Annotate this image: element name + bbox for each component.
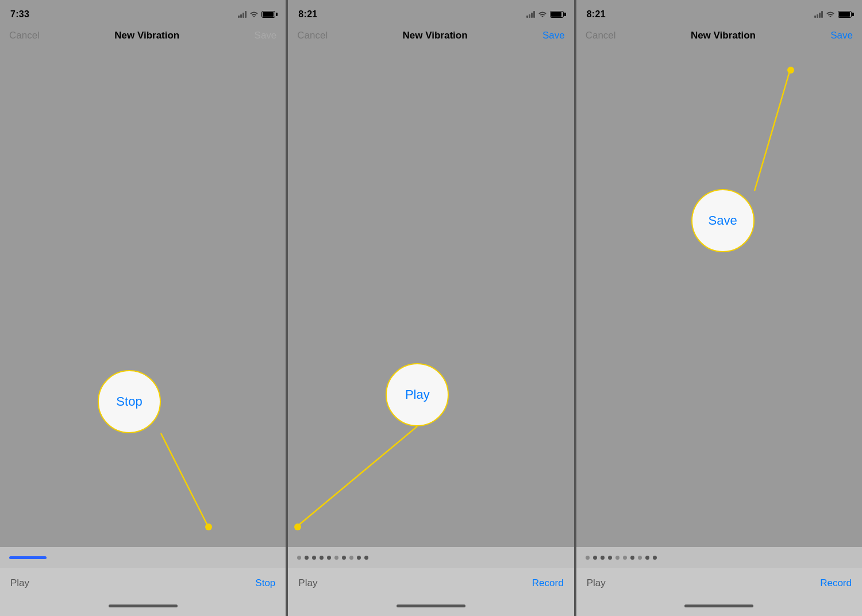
nav-title-2: New Vibration: [403, 30, 468, 41]
phone-panel-3: 8:21 Cancel New Vibration Save Save: [575, 0, 862, 616]
svg-line-1: [297, 426, 417, 526]
cancel-button-2[interactable]: Cancel: [297, 30, 328, 41]
action-bar-2[interactable]: Play Record: [288, 568, 574, 599]
status-bar-2: 8:21: [288, 0, 574, 25]
play-button-3[interactable]: Play: [587, 578, 606, 589]
dot-2-10: [364, 556, 368, 560]
save-button-1[interactable]: Save: [255, 30, 277, 41]
wifi-icon-1: [249, 10, 259, 19]
dot-2-7: [342, 556, 346, 560]
status-time-1: 7:33: [10, 9, 29, 20]
main-content-3: Save: [576, 48, 862, 547]
home-indicator-2: [288, 599, 574, 616]
battery-icon-1: [261, 11, 275, 18]
main-content-1: Stop: [0, 48, 286, 547]
play-annotation-label: Play: [405, 387, 430, 402]
dot-3-8: [638, 556, 642, 560]
stop-annotation-line: [0, 48, 286, 547]
wifi-icon-3: [826, 10, 835, 19]
home-indicator-3: [576, 599, 862, 616]
record-button-3[interactable]: Record: [820, 578, 852, 589]
save-annotation-label: Save: [709, 213, 737, 228]
stop-annotation-label: Stop: [116, 394, 142, 409]
status-bar-1: 7:33: [0, 0, 286, 25]
action-bar-3[interactable]: Play Record: [576, 568, 862, 599]
status-time-2: 8:21: [298, 9, 317, 20]
home-indicator-1: [0, 599, 286, 616]
dot-2-2: [305, 556, 309, 560]
nav-bar-3: Cancel New Vibration Save: [576, 25, 862, 48]
action-bar-1[interactable]: Play Stop: [0, 568, 286, 599]
dot-3-6: [623, 556, 627, 560]
dot-3-3: [601, 556, 605, 560]
play-annotation-line: [288, 48, 574, 547]
signal-bars-1: [238, 11, 247, 18]
dot-3-4: [608, 556, 612, 560]
status-bar-3: 8:21: [576, 0, 862, 25]
dot-3-1: [586, 556, 590, 560]
phone-panel-2: 8:21 Cancel New Vibration Save Play: [287, 0, 575, 616]
stop-annotation-circle: Stop: [98, 370, 161, 433]
battery-icon-2: [550, 11, 564, 18]
signal-bars-2: [526, 11, 535, 18]
nav-bar-2: Cancel New Vibration Save: [288, 25, 574, 48]
dot-2-5: [327, 556, 331, 560]
dot-2-9: [357, 556, 361, 560]
dot-3-7: [630, 556, 634, 560]
dot-3-10: [653, 556, 657, 560]
phone-panel-1: 7:33 Cancel New Vibration Save Stop: [0, 0, 287, 616]
signal-bars-3: [814, 11, 823, 18]
dot-2-6: [334, 556, 338, 560]
annotation-overlay-3: Save: [576, 48, 862, 547]
dot-3-5: [615, 556, 619, 560]
save-annotation-circle: Save: [691, 189, 755, 252]
svg-line-0: [161, 433, 208, 526]
home-bar-1: [109, 605, 178, 607]
play-annotation-circle: Play: [386, 363, 449, 426]
dot-2-8: [349, 556, 353, 560]
wifi-icon-2: [538, 10, 547, 19]
save-button-2[interactable]: Save: [542, 30, 565, 41]
cancel-button-1[interactable]: Cancel: [9, 30, 40, 41]
home-bar-2: [397, 605, 465, 607]
play-button-2[interactable]: Play: [298, 578, 317, 589]
status-icons-1: [238, 10, 275, 19]
status-time-3: 8:21: [587, 9, 606, 20]
stop-button-1[interactable]: Stop: [255, 578, 275, 589]
progress-bar-container-1: [0, 547, 286, 568]
save-annotation-line: [576, 48, 862, 547]
record-button-2[interactable]: Record: [532, 578, 564, 589]
save-annotation-dot: [787, 67, 794, 74]
play-button-1[interactable]: Play: [10, 578, 29, 589]
play-annotation-dot: [294, 523, 301, 530]
dot-2-3: [312, 556, 316, 560]
save-button-3[interactable]: Save: [830, 30, 853, 41]
home-bar-3: [684, 605, 753, 607]
nav-title-3: New Vibration: [691, 30, 756, 41]
main-content-2: Play: [288, 48, 574, 547]
annotation-overlay-2: Play: [288, 48, 574, 547]
battery-icon-3: [838, 11, 852, 18]
dots-bar-3: [576, 547, 862, 568]
dot-3-2: [593, 556, 597, 560]
nav-bar-1: Cancel New Vibration Save: [0, 25, 286, 48]
nav-title-1: New Vibration: [114, 30, 179, 41]
progress-bar-1: [9, 556, 47, 559]
dot-2-4: [320, 556, 324, 560]
status-icons-3: [814, 10, 852, 19]
dot-2-1: [297, 556, 301, 560]
cancel-button-3[interactable]: Cancel: [586, 30, 616, 41]
annotation-overlay-1: Stop: [0, 48, 286, 547]
svg-line-2: [755, 70, 790, 191]
dot-3-9: [645, 556, 649, 560]
stop-annotation-dot: [205, 523, 212, 530]
dots-bar-2: [288, 547, 574, 568]
status-icons-2: [526, 10, 564, 19]
